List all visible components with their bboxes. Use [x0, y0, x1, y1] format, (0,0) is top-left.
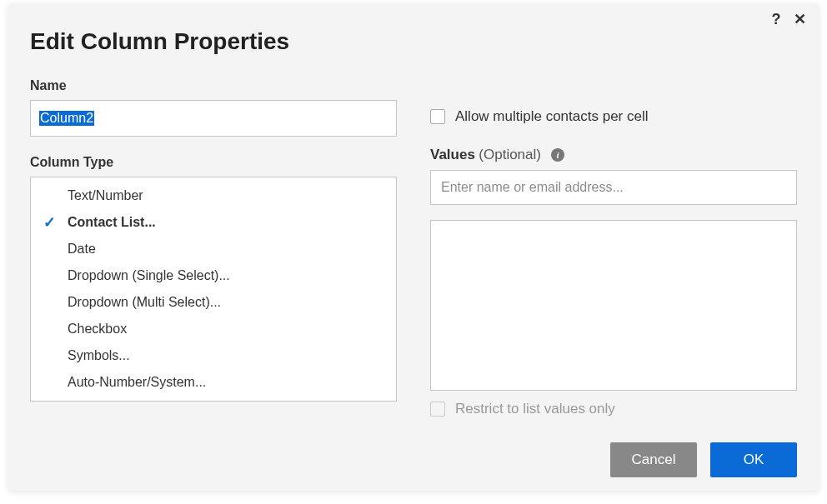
left-column: Name Column2 Column Type Text/Number ✓ C…: [30, 78, 397, 417]
values-label: Values: [430, 147, 475, 162]
ok-button[interactable]: OK: [710, 442, 797, 477]
allow-multiple-checkbox[interactable]: [430, 109, 445, 124]
edit-column-properties-dialog: ? ✕ Edit Column Properties Name Column2 …: [8, 3, 819, 491]
values-label-row: Values (Optional) i: [430, 147, 797, 163]
type-item-label: Auto-Number/System...: [61, 375, 206, 390]
dialog-content: Edit Column Properties Name Column2 Colu…: [8, 3, 819, 434]
type-item-date[interactable]: Date: [31, 236, 396, 262]
values-list-area[interactable]: [430, 220, 797, 391]
allow-multiple-row[interactable]: Allow multiple contacts per cell: [430, 108, 797, 125]
type-item-label: Checkbox: [61, 322, 127, 337]
type-item-label: Contact List...: [61, 215, 156, 230]
type-item-checkbox[interactable]: Checkbox: [31, 316, 396, 342]
type-item-dropdown-multi[interactable]: Dropdown (Multi Select)...: [31, 289, 396, 316]
name-label: Name: [30, 78, 397, 93]
right-column: Allow multiple contacts per cell Values …: [430, 78, 797, 417]
type-item-text-number[interactable]: Text/Number: [31, 182, 396, 209]
type-item-label: Dropdown (Multi Select)...: [61, 295, 221, 310]
type-item-label: Date: [61, 242, 96, 257]
restrict-checkbox: [430, 402, 445, 417]
close-icon[interactable]: ✕: [792, 10, 807, 28]
info-icon[interactable]: i: [551, 148, 564, 162]
type-item-label: Symbols...: [61, 348, 130, 363]
dialog-footer: Cancel OK: [610, 442, 797, 477]
column-type-list: Text/Number ✓ Contact List... Date Dropd…: [30, 177, 397, 402]
cancel-button[interactable]: Cancel: [610, 442, 697, 477]
type-item-symbols[interactable]: Symbols...: [31, 342, 396, 369]
type-item-dropdown-single[interactable]: Dropdown (Single Select)...: [31, 262, 396, 289]
values-input[interactable]: [430, 170, 797, 205]
name-input-selection: Column2: [39, 111, 94, 126]
dialog-header-icons: ? ✕: [769, 10, 807, 28]
restrict-label: Restrict to list values only: [455, 401, 615, 417]
name-input[interactable]: Column2: [30, 100, 397, 137]
type-item-auto-number[interactable]: Auto-Number/System...: [31, 369, 396, 396]
column-type-label: Column Type: [30, 155, 397, 170]
allow-multiple-label: Allow multiple contacts per cell: [455, 108, 648, 125]
restrict-row: Restrict to list values only: [430, 401, 797, 417]
dialog-title: Edit Column Properties: [30, 28, 797, 55]
help-icon[interactable]: ?: [769, 11, 784, 28]
type-item-label: Text/Number: [61, 188, 143, 203]
values-optional: (Optional): [479, 147, 541, 162]
check-icon: ✓: [38, 213, 61, 232]
type-item-contact-list[interactable]: ✓ Contact List...: [31, 209, 396, 236]
type-item-label: Dropdown (Single Select)...: [61, 268, 230, 283]
